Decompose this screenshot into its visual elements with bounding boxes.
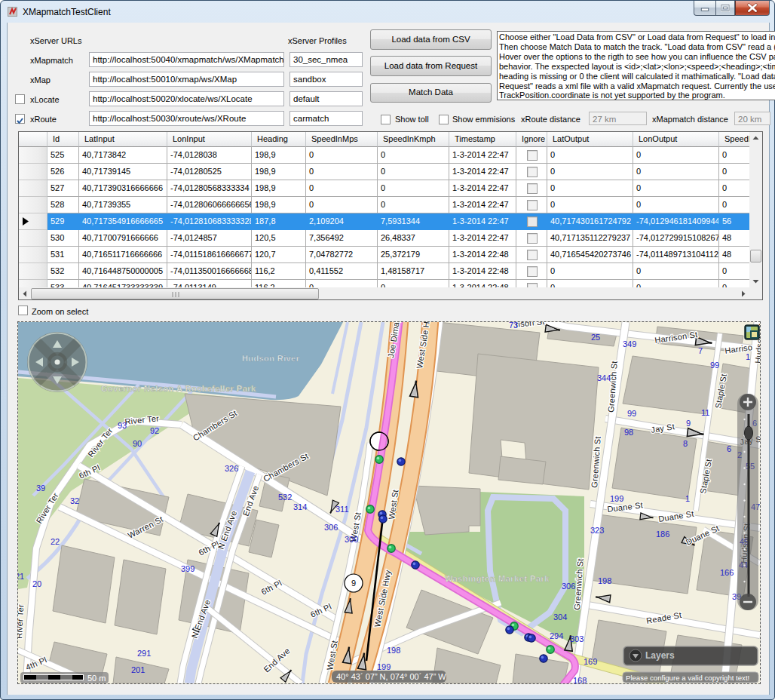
svg-text:9: 9	[351, 579, 356, 588]
svg-text:39: 39	[36, 484, 45, 493]
svg-text:21: 21	[18, 572, 24, 581]
svg-text:6: 6	[727, 444, 731, 453]
svg-text:Hudson River: Hudson River	[242, 354, 300, 363]
svg-text:186: 186	[656, 530, 669, 539]
svg-text:92: 92	[150, 426, 159, 435]
svg-text:198: 198	[387, 646, 400, 655]
svg-text:300: 300	[345, 535, 358, 544]
svg-text:40° 43´ 07” N, 074° 00´ 47” W: 40° 43´ 07” N, 074° 00´ 47” W	[336, 672, 446, 681]
svg-text:532: 532	[278, 493, 292, 502]
svg-text:99: 99	[627, 409, 636, 418]
svg-text:Washington Market Park: Washington Market Park	[445, 574, 550, 583]
svg-text:344: 344	[597, 373, 611, 382]
svg-text:199: 199	[377, 662, 391, 671]
svg-text:168: 168	[573, 676, 587, 683]
svg-text:326: 326	[225, 464, 238, 473]
svg-text:1: 1	[685, 494, 690, 503]
svg-text:349: 349	[623, 339, 636, 348]
svg-text:166: 166	[720, 568, 734, 577]
svg-text:323: 323	[590, 526, 604, 535]
svg-text:1: 1	[746, 352, 750, 361]
svg-text:22: 22	[51, 537, 60, 546]
svg-text:294: 294	[550, 631, 563, 640]
svg-text:50 m: 50 m	[87, 674, 106, 683]
svg-text:169: 169	[584, 657, 597, 666]
svg-text:198: 198	[598, 576, 611, 585]
svg-text:25: 25	[591, 333, 600, 342]
svg-text:306: 306	[562, 582, 575, 591]
svg-text:306: 306	[324, 523, 338, 532]
svg-text:11: 11	[701, 408, 709, 417]
svg-text:7: 7	[698, 346, 703, 355]
svg-text:32: 32	[70, 496, 79, 505]
svg-text:90: 90	[133, 439, 142, 448]
svg-text:311: 311	[335, 505, 349, 514]
svg-text:Please configure a valid copyr: Please configure a valid copyright text!	[626, 674, 749, 682]
svg-text:99: 99	[710, 361, 719, 370]
svg-text:201: 201	[131, 665, 145, 674]
svg-text:303: 303	[570, 634, 584, 643]
svg-text:291: 291	[137, 649, 151, 658]
svg-text:9: 9	[686, 419, 691, 428]
svg-text:304: 304	[553, 612, 567, 622]
svg-text:Governor Nelson A Rockefeller: Governor Nelson A Rockefeller Park	[101, 384, 256, 393]
svg-text:98: 98	[624, 428, 633, 437]
svg-text:199: 199	[610, 494, 623, 503]
svg-text:73: 73	[509, 322, 518, 330]
svg-text:20: 20	[32, 579, 41, 588]
svg-text:93: 93	[118, 421, 127, 430]
svg-text:8: 8	[683, 439, 688, 448]
svg-text:314: 314	[293, 502, 307, 511]
svg-text:399: 399	[181, 564, 195, 573]
svg-text:Layers: Layers	[645, 650, 675, 661]
